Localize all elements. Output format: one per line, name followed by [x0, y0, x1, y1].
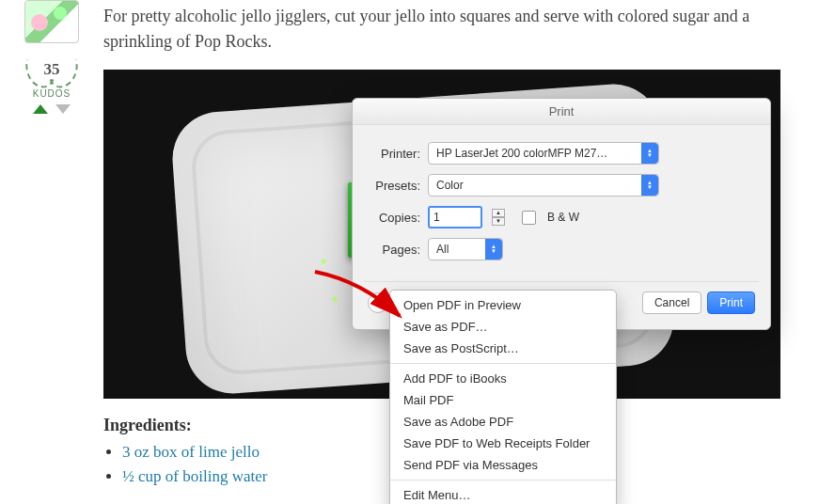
kudos-label: KUDOS: [33, 88, 71, 99]
kudos-wreath-icon: 35: [26, 53, 77, 87]
bw-checkbox[interactable]: [522, 211, 536, 225]
pages-label: Pages:: [368, 243, 420, 257]
printer-select[interactable]: HP LaserJet 200 colorMFP M27… ▲▼: [428, 142, 659, 165]
chevron-updown-icon: ▲▼: [641, 175, 658, 196]
bw-label: B & W: [547, 211, 579, 224]
printer-label: Printer:: [368, 147, 420, 161]
help-button[interactable]: ?: [368, 292, 388, 313]
downvote-button[interactable]: [54, 102, 72, 116]
upvote-button[interactable]: [31, 102, 50, 116]
chevron-updown-icon: ▲▼: [641, 143, 658, 164]
copies-stepper[interactable]: ▲ ▼: [492, 209, 505, 226]
cancel-button[interactable]: Cancel: [642, 291, 701, 314]
printer-value: HP LaserJet 200 colorMFP M27…: [436, 147, 607, 160]
menu-item-save-adobe[interactable]: Save as Adobe PDF: [390, 411, 616, 433]
menu-item-add-ibooks[interactable]: Add PDF to iBooks: [390, 368, 616, 389]
cancel-label: Cancel: [654, 296, 689, 309]
kudos-count: 35: [44, 60, 60, 79]
kudos-badge: 35 KUDOS: [26, 53, 77, 116]
pdf-menu: Open PDF in Preview Save as PDF… Save as…: [389, 290, 617, 504]
menu-item-edit-menu[interactable]: Edit Menu…: [390, 484, 616, 504]
svg-marker-0: [33, 104, 48, 114]
copies-value: 1: [433, 211, 440, 224]
menu-item-open-preview[interactable]: Open PDF in Preview: [390, 294, 616, 316]
presets-value: Color: [436, 179, 464, 192]
intro-text: For pretty alcoholic jello jigglers, cut…: [103, 4, 805, 55]
presets-select[interactable]: Color ▲▼: [428, 174, 659, 197]
print-label: Print: [719, 296, 743, 309]
stepper-down-icon: ▼: [492, 217, 505, 226]
stepper-up-icon: ▲: [492, 209, 505, 217]
dialog-title: Print: [353, 99, 770, 125]
menu-separator: [390, 363, 616, 364]
menu-item-save-as-postscript[interactable]: Save as PostScript…: [390, 338, 616, 359]
chevron-updown-icon: ▲▼: [485, 239, 502, 260]
menu-item-save-as-pdf[interactable]: Save as PDF…: [390, 316, 616, 338]
pages-select[interactable]: All ▲▼: [428, 238, 503, 260]
menu-item-web-receipts[interactable]: Save PDF to Web Receipts Folder: [390, 433, 616, 454]
copies-label: Copies:: [368, 211, 420, 225]
pages-value: All: [436, 243, 449, 256]
presets-label: Presets:: [368, 179, 420, 193]
print-button[interactable]: Print: [707, 291, 755, 314]
help-icon: ?: [374, 296, 381, 310]
svg-marker-1: [55, 104, 71, 114]
menu-item-send-messages[interactable]: Send PDF via Messages: [390, 454, 616, 476]
avatar[interactable]: [24, 0, 79, 43]
menu-separator: [390, 480, 616, 480]
copies-input[interactable]: 1: [428, 206, 482, 228]
menu-item-mail-pdf[interactable]: Mail PDF: [390, 389, 616, 411]
